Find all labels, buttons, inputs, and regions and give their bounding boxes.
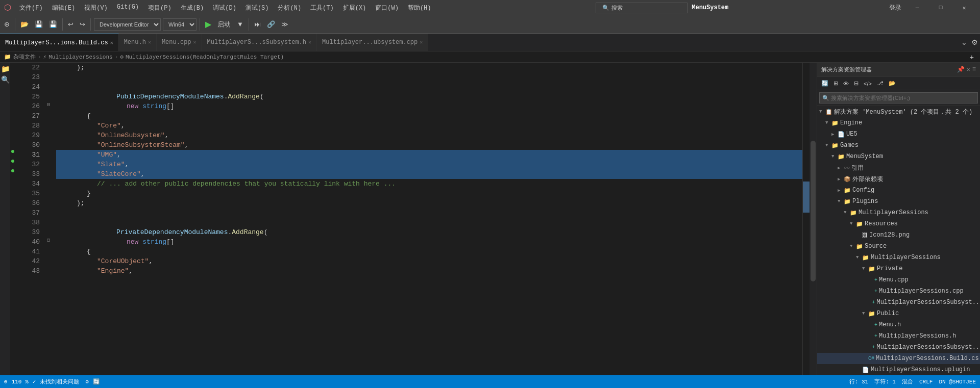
tab-menu-cpp-close[interactable]: ✕ [193,39,197,45]
toolbar-sep-4 [200,18,200,31]
menu-window[interactable]: 窗口(W) [371,3,403,13]
tree-source[interactable]: ▼ 📁 Source [817,241,980,252]
tree-engine[interactable]: ▼ 📁 Engine [817,117,980,128]
sol-filter-button[interactable]: ⊟ [852,79,861,88]
panel-more-icon[interactable]: ≡ [972,66,976,73]
tree-public[interactable]: ▼ 📁 Public [817,308,980,319]
sol-sync-button[interactable]: 🔄 [819,79,830,88]
tree-root[interactable]: ▼ 📋 解决方案 'MenuSystem' (2 个项目，共 2 个) [817,106,980,117]
fold-btn-40[interactable]: ⊟ [47,237,50,243]
priv-icon: 📁 [868,266,875,272]
tree-external-deps[interactable]: ▶ 📦 外部依赖项 [817,173,980,185]
breadcrumb-add-button[interactable]: + [968,52,976,62]
platform-dropdown[interactable]: Win64 [163,18,197,31]
code-line-33: "SlateCore", [56,169,802,179]
tab-menu-cpp[interactable]: Menu.cpp ✕ [157,34,202,51]
tab-subsystem-h[interactable]: MultiplayerS...sSubsystem.h ✕ [202,34,317,51]
build-config-dropdown[interactable]: Development Editor [94,18,161,31]
menu-tools[interactable]: 工具(T) [306,3,338,13]
minimize-button[interactable]: — [905,0,929,15]
menu-extensions[interactable]: 扩展(X) [339,3,371,13]
debug-button[interactable]: ⏭ [252,19,263,29]
save-all-button[interactable]: 💾 [47,19,59,29]
menu-project[interactable]: 项目(P) [144,3,176,13]
menu-analyze[interactable]: 分析(N) [274,3,305,13]
sol-git-button[interactable]: ⎇ [875,79,886,88]
sol-props-button[interactable]: ⊞ [831,79,840,88]
breadcrumb-file[interactable]: MultiplayerSessions [48,54,112,60]
sol-show-all-button[interactable]: 👁 [841,79,851,88]
menu-git[interactable]: Git(G) [113,3,143,13]
tree-games[interactable]: ▼ 📁 Games [817,140,980,151]
tab-build-cs[interactable]: MultiplayerS...ions.Build.cs ✕ [0,34,119,51]
minimap [802,63,810,375]
scrollbar-thumb[interactable] [811,141,816,281]
tree-plugins[interactable]: ▼ 📁 Plugins [817,196,980,207]
tree-menu-h[interactable]: ▶ + Menu.h [817,319,980,330]
run-label[interactable]: 启动 [215,19,233,30]
panel-close-icon[interactable]: ✕ [967,66,970,73]
new-button[interactable]: ⊕ [2,19,12,29]
tree-ref[interactable]: ▶ ○○ 引用 [817,162,980,173]
tab-list-button[interactable]: ⌄ [959,37,969,47]
fold-btn-26[interactable]: ⊟ [47,101,50,108]
menu-view[interactable]: 视图(V) [80,3,112,13]
code-content[interactable]: ); PublicDependencyModuleNames.AddRange(… [54,63,802,375]
tree-private[interactable]: ▼ 📁 Private [817,263,980,274]
tab-subsystem-cpp[interactable]: Multiplayer...ubsystem.cpp ✕ [317,34,428,51]
redo-button[interactable]: ↪ [78,19,87,29]
open-button[interactable]: 📂 [18,19,31,29]
res-icon: 📁 [856,221,863,227]
tree-menusystem[interactable]: ▼ 📁 MenuSystem [817,151,980,162]
menu-build[interactable]: 生成(B) [177,3,208,13]
tree-resources[interactable]: ▼ 📁 Resources [817,218,980,229]
scrollbar-vertical[interactable] [810,63,817,375]
toolbar-more[interactable]: ≫ [279,19,290,29]
tree-mpssubh[interactable]: ▶ + MultiplayerSessionsSubsyst... [817,342,980,353]
code-editor[interactable]: 22 23 24 25 26 27 28 29 30 31 32 33 34 3… [10,63,817,375]
tab-menu-h-close[interactable]: ✕ [148,39,151,45]
tree-ue5[interactable]: ▶ 📄 UE5 [817,128,980,140]
sol-code-button[interactable]: </> [862,79,874,88]
tree-icon128[interactable]: ▶ 🖼 Icon128.png [817,229,980,241]
solution-panel-title: 解决方案资源管理器 [821,66,872,73]
menu-file[interactable]: 文件(F) [15,3,47,13]
tab-menu-h[interactable]: Menu.h ✕ [119,34,157,51]
tab-subsystem-cpp-close[interactable]: ✕ [420,39,423,45]
tree-mps-h[interactable]: ▶ + MultiplayerSessions.h [817,330,980,342]
menu-debug[interactable]: 调试(D) [209,3,240,13]
menu-test[interactable]: 测试(S) [241,3,273,13]
save-button[interactable]: 💾 [33,19,45,29]
tree-menu-cpp[interactable]: ▶ + Menu.cpp [817,274,980,286]
tree-mps-source[interactable]: ▼ 📁 MultiplayerSessions [817,252,980,263]
run-button[interactable]: ▶ [203,18,213,30]
maximize-button[interactable]: □ [929,0,952,15]
search-icon-sidebar[interactable]: 🔍 [1,75,10,84]
source-icon: 📁 [856,243,863,250]
tree-build-cs[interactable]: ▶ C# MultiplayerSessions.Build.cs [817,353,980,364]
menu-edit[interactable]: 编辑(E) [48,3,80,13]
undo-button[interactable]: ↩ [66,19,76,29]
sol-folder-button[interactable]: 📂 [887,79,898,88]
solution-search[interactable]: 🔍 [817,90,980,106]
close-button[interactable]: ✕ [952,0,976,15]
tree-uplugin[interactable]: ▶ 📄 MultiplayerSessions.uplugin [817,364,980,375]
explorer-icon[interactable]: 📁 [1,65,10,73]
tab-settings-button[interactable]: ⚙ [969,37,980,47]
login-label[interactable]: 登录 [889,4,901,12]
tree-config[interactable]: ▶ 📁 Config [817,185,980,196]
tree-mpssub-cpp[interactable]: ▶ + MultiplayerSessionsSubsyst... [817,297,980,308]
attach-button[interactable]: 🔗 [265,19,277,29]
solution-search-input[interactable] [819,92,978,104]
menu-help[interactable]: 帮助(H) [404,3,435,13]
tree-mps-cpp[interactable]: ▶ + MultiplayerSessions.cpp [817,286,980,297]
run-more[interactable]: ▼ [235,19,246,29]
pin-icon[interactable]: 📌 [957,66,965,73]
tab-subsystem-h-close[interactable]: ✕ [308,39,311,45]
code-line-29: "OnlineSubsystem", [56,131,802,140]
breadcrumb-context[interactable]: MultiplayerSessions(ReadOnlyTargetRules … [126,54,284,60]
search-label[interactable]: 搜索 [611,4,623,12]
breadcrumb-location[interactable]: 杂项文件 [13,53,36,61]
tab-build-cs-close[interactable]: ✕ [110,40,113,46]
tree-mp-sessions[interactable]: ▼ 📁 MultiplayerSessions [817,207,980,218]
